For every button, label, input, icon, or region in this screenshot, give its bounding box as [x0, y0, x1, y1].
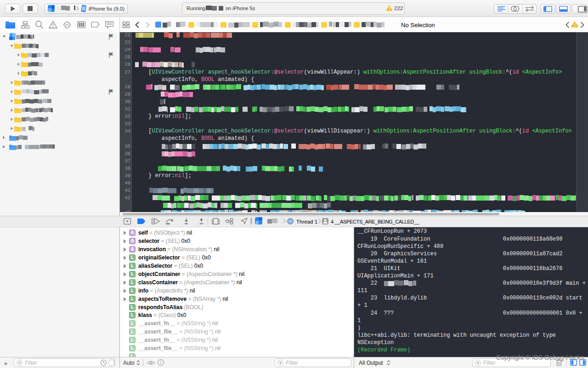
svg-text:i: i [160, 360, 162, 365]
